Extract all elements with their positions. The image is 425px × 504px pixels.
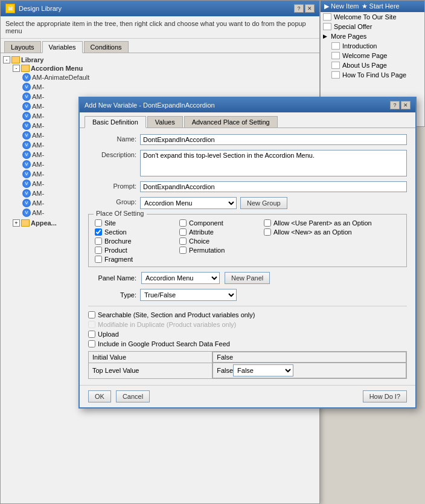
var-label-1: AM- <box>32 83 44 91</box>
checkbox-section-input[interactable] <box>95 228 102 236</box>
page-label-4: Welcome Page <box>342 52 387 59</box>
var-icon: V <box>22 179 31 188</box>
panel-name-select[interactable]: Accordion Menu <box>141 272 220 284</box>
var-icon: V <box>22 102 31 111</box>
checkbox-fragment-input[interactable] <box>95 256 102 263</box>
name-row: Name: <box>88 134 407 145</box>
checkbox-searchable-input[interactable] <box>88 311 95 318</box>
pos-grid: Site Component Allow <Use Parent> as an … <box>95 219 400 263</box>
close-button[interactable]: ✕ <box>305 4 315 13</box>
checkbox-component: Component <box>179 219 264 227</box>
name-label: Name: <box>88 134 136 143</box>
tree-expand-appearance[interactable]: + <box>13 219 20 227</box>
checkbox-fragment: Fragment <box>95 256 179 263</box>
prompt-input[interactable] <box>140 181 407 192</box>
checkbox-google-input[interactable] <box>88 340 95 347</box>
checkbox-brochure: Brochure <box>95 237 179 245</box>
checkbox-upload-label: Upload <box>98 331 119 338</box>
checkbox-upload-input[interactable] <box>88 331 95 338</box>
list-item[interactable]: Introduction <box>321 41 424 51</box>
name-input[interactable] <box>140 134 407 145</box>
list-item[interactable]: About Us Page <box>321 60 424 70</box>
dialog-close-button[interactable]: ✕ <box>401 101 411 109</box>
tab-variables[interactable]: Variables <box>42 41 83 53</box>
checkbox-attribute-input[interactable] <box>179 228 187 236</box>
tree-expand-root[interactable]: - <box>3 56 10 63</box>
list-item[interactable]: V AM- <box>22 82 317 92</box>
checkbox-choice: Choice <box>179 237 264 245</box>
list-item[interactable]: V AM-AnimateDefault <box>22 73 317 82</box>
var-label-4: AM- <box>32 112 44 120</box>
type-select[interactable]: True/False <box>140 289 237 301</box>
list-item[interactable]: Welcome To Our Site <box>321 12 424 22</box>
tree-expand-accordion[interactable]: - <box>13 65 20 72</box>
description-input[interactable]: Don't expand this top-level Section in t… <box>140 150 407 176</box>
list-item[interactable]: How To Find Us Page <box>321 70 424 80</box>
checkbox-site-input[interactable] <box>95 219 102 227</box>
tab-advanced-place[interactable]: Advanced Place of Setting <box>184 116 278 128</box>
help-button[interactable]: ? <box>294 4 304 13</box>
checkbox-allow-new-label: Allow <New> as an Option <box>273 228 352 236</box>
group-select[interactable]: Accordion Menu <box>140 197 237 209</box>
ok-button[interactable]: OK <box>88 390 111 402</box>
folder-icon <box>11 56 20 63</box>
cancel-button[interactable]: Cancel <box>116 390 150 402</box>
var-icon: V <box>22 199 31 207</box>
tab-layouts[interactable]: Layouts <box>4 41 41 53</box>
checkbox-allow-parent-input[interactable] <box>264 219 271 227</box>
list-item[interactable]: ▶ More Pages <box>321 31 424 41</box>
new-panel-button[interactable]: New Panel <box>225 272 270 284</box>
tab-basic-definition[interactable]: Basic Definition <box>85 116 146 128</box>
checkbox-searchable: Searchable (Site, Section and Product va… <box>88 311 407 318</box>
var-label-8: AM- <box>32 151 44 158</box>
var-icon: V <box>22 160 31 169</box>
right-panel-toolbar: ▶ New Item ★ Start Here <box>321 1 424 12</box>
top-level-value: False <box>217 367 233 374</box>
dl-icon: 🏛 <box>5 4 15 13</box>
checkbox-allow-new-input[interactable] <box>264 228 271 236</box>
top-level-value-cell: False False True <box>212 363 406 378</box>
page-icon <box>331 62 340 69</box>
checkbox-choice-input[interactable] <box>179 237 187 245</box>
var-icon: V <box>22 112 31 120</box>
var-label-14: AM- <box>32 209 44 216</box>
initial-value-label: Initial Value <box>89 352 212 363</box>
checkbox-brochure-input[interactable] <box>95 237 102 245</box>
add-variable-dialog: Add New Variable - DontExpandInAccordion… <box>78 97 417 409</box>
checkbox-google-label: Include in Google Product Search Data Fe… <box>98 340 230 347</box>
new-group-button[interactable]: New Group <box>240 197 287 209</box>
checkbox-permutation-input[interactable] <box>179 247 187 254</box>
list-item[interactable]: Special Offer <box>321 22 424 31</box>
var-label-9: AM- <box>32 161 44 168</box>
list-item[interactable]: Welcome Page <box>321 51 424 60</box>
checkbox-allow-new: Allow <New> as an Option <box>264 228 400 236</box>
page-label-5: About Us Page <box>342 62 387 69</box>
checkbox-searchable-label: Searchable (Site, Section and Product va… <box>98 311 255 318</box>
prompt-label: Prompt: <box>88 181 136 190</box>
top-level-select[interactable]: False True <box>233 364 293 376</box>
checkbox-modifiable: Modifiable in Duplicate (Product variabl… <box>88 321 407 328</box>
dialog-title: Add New Variable - DontExpandInAccordion <box>85 102 215 109</box>
checkbox-attribute-label: Attribute <box>189 228 214 236</box>
tab-conditions[interactable]: Conditions <box>84 41 129 53</box>
checkbox-product-input[interactable] <box>95 247 102 254</box>
checkbox-component-label: Component <box>189 219 223 227</box>
description-label: Description: <box>88 150 136 158</box>
checkbox-upload: Upload <box>88 331 407 338</box>
checkbox-product: Product <box>95 247 179 254</box>
more-pages-expand[interactable]: ▶ <box>323 33 328 39</box>
var-icon: V <box>22 131 31 140</box>
dialog-help-button[interactable]: ? <box>390 101 400 109</box>
checkbox-section-label: Section <box>104 228 127 236</box>
prompt-row: Prompt: <box>88 181 407 192</box>
var-icon: V <box>22 92 31 101</box>
var-label-5: AM- <box>32 122 44 129</box>
titlebar-left: 🏛 Design Library <box>5 4 62 13</box>
var-label-2: AM- <box>32 93 44 100</box>
checkbox-modifiable-label: Modifiable in Duplicate (Product variabl… <box>98 321 236 328</box>
checkbox-site-label: Site <box>104 219 116 227</box>
tab-values[interactable]: Values <box>147 116 183 128</box>
page-label-3: Introduction <box>342 42 377 50</box>
how-do-i-button[interactable]: How Do I? <box>363 390 407 402</box>
checkbox-component-input[interactable] <box>179 219 187 227</box>
